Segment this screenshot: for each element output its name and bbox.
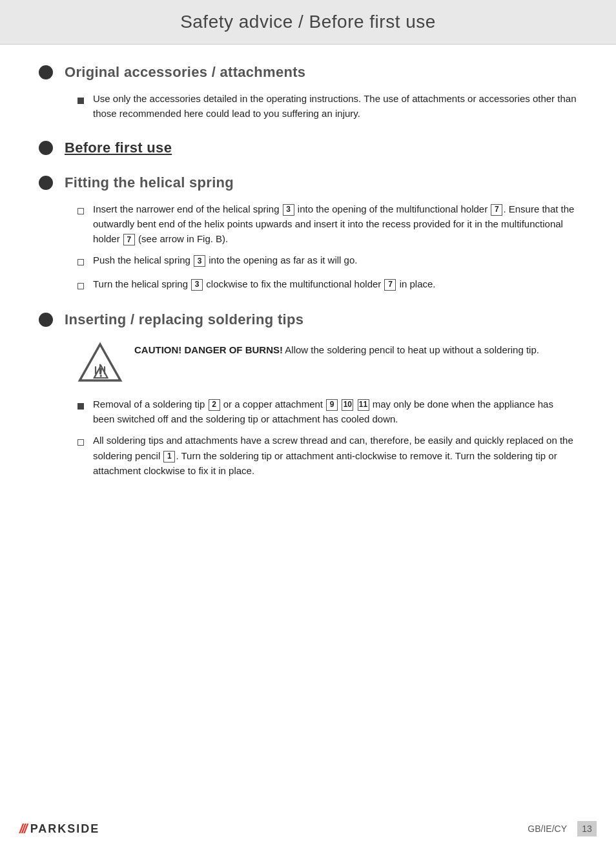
list-item: Removal of a soldering tip 2 or a copper… [77, 397, 577, 427]
page-header: Safety advice / Before first use [0, 0, 616, 45]
marker-empty [77, 278, 84, 293]
section-before-first-use: Before first use [39, 140, 577, 156]
list-item-text: Removal of a soldering tip 2 or a copper… [93, 397, 577, 427]
bullet-circle [39, 65, 53, 79]
filled-square-icon [77, 98, 84, 104]
logo-text: PARKSIDE [30, 822, 100, 836]
empty-square-icon [77, 208, 84, 214]
list-helical: Insert the narrower end of the helical s… [77, 202, 577, 293]
bullet-circle-before [39, 141, 53, 155]
marker-filled [77, 399, 84, 427]
marker-empty [77, 435, 84, 478]
section-heading-helical: Fitting the helical spring [39, 174, 577, 191]
list-item: Turn the helical spring 3 clockwise to f… [77, 276, 577, 293]
ref-num-3: 3 [283, 204, 294, 216]
empty-square-icon [77, 283, 84, 289]
logo-slashes: /// [19, 822, 26, 836]
empty-square-icon [77, 259, 84, 265]
ref-num-3c: 3 [191, 279, 203, 291]
empty-square-icon [77, 439, 84, 446]
section-heading-before: Before first use [39, 140, 577, 156]
section-heading-original: Original accessories / attachments [39, 64, 577, 81]
ref-num-7b: 7 [123, 234, 135, 245]
list-item: Push the helical spring 3 into the openi… [77, 253, 577, 269]
ref-num-7a: 7 [491, 204, 502, 216]
ref-num-9: 9 [326, 399, 338, 411]
page-footer: /// PARKSIDE GB/IE/CY 13 [0, 821, 616, 836]
page-number: 13 [577, 821, 597, 836]
section-title-helical: Fitting the helical spring [65, 174, 234, 191]
marker-filled [77, 93, 84, 121]
header-title: Safety advice / Before first use [180, 12, 436, 32]
ref-num-1: 1 [163, 451, 175, 462]
parkside-logo: /// PARKSIDE [19, 822, 99, 836]
marker-empty [77, 203, 84, 247]
caution-normal-text: Allow the soldering pencil to heat up wi… [285, 344, 539, 355]
caution-text: CAUTION! DANGER OF BURNS! Allow the sold… [134, 340, 539, 357]
list-soldering: Removal of a soldering tip 2 or a copper… [77, 397, 577, 478]
ref-num-11: 11 [358, 399, 369, 411]
section-original-accessories: Original accessories / attachments Use o… [39, 64, 577, 121]
caution-block: ⚠ CAUTION! DANGER OF BURNS! Allow the so… [77, 340, 577, 385]
bullet-circle-helical [39, 176, 53, 190]
ref-num-2: 2 [209, 399, 220, 411]
list-item-text: Insert the narrower end of the helical s… [93, 202, 577, 247]
list-item-text: Push the helical spring 3 into the openi… [93, 253, 357, 269]
ref-num-10: 10 [342, 399, 353, 411]
list-item: Use only the accessories detailed in the… [77, 91, 577, 121]
locale-text: GB/IE/CY [528, 824, 567, 834]
section-title-soldering: Inserting / replacing soldering tips [65, 311, 303, 328]
caution-bold-text: CAUTION! DANGER OF BURNS! [134, 344, 283, 355]
filled-square-icon [77, 403, 84, 410]
list-item-text: Turn the helical spring 3 clockwise to f… [93, 276, 436, 293]
bullet-circle-soldering [39, 313, 53, 327]
section-soldering-tips: Inserting / replacing soldering tips ⚠ C… [39, 311, 577, 478]
content-area: Original accessories / attachments Use o… [0, 45, 616, 515]
ref-num-7c: 7 [384, 279, 396, 291]
section-helical-spring: Fitting the helical spring Insert the na… [39, 174, 577, 293]
section-title-before: Before first use [65, 140, 172, 156]
warning-triangle-icon: ⚠ [77, 340, 123, 385]
section-title-original: Original accessories / attachments [65, 64, 305, 81]
list-item-text: Use only the accessories detailed in the… [93, 91, 577, 121]
ref-num-3b: 3 [194, 255, 205, 267]
list-original: Use only the accessories detailed in the… [77, 91, 577, 121]
section-heading-soldering: Inserting / replacing soldering tips [39, 311, 577, 328]
list-item: All soldering tips and attachments have … [77, 433, 577, 478]
list-item-text: All soldering tips and attachments have … [93, 433, 577, 478]
marker-empty [77, 255, 84, 269]
list-item: Insert the narrower end of the helical s… [77, 202, 577, 247]
page-info: GB/IE/CY 13 [528, 821, 597, 836]
